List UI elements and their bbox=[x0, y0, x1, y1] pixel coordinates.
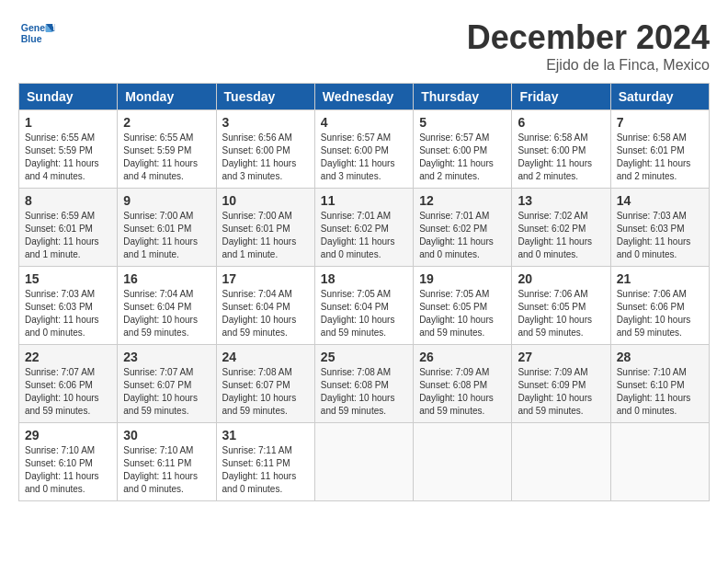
calendar-cell: 10Sunrise: 7:00 AM Sunset: 6:01 PM Dayli… bbox=[216, 189, 314, 267]
calendar-cell: 6Sunrise: 6:58 AM Sunset: 6:00 PM Daylig… bbox=[512, 110, 610, 189]
day-info: Sunrise: 6:55 AM Sunset: 5:59 PM Dayligh… bbox=[123, 132, 210, 183]
logo: General Blue bbox=[18, 18, 59, 46]
day-info: Sunrise: 7:04 AM Sunset: 6:04 PM Dayligh… bbox=[123, 288, 210, 339]
calendar-cell: 7Sunrise: 6:58 AM Sunset: 6:01 PM Daylig… bbox=[610, 110, 709, 189]
day-number: 19 bbox=[419, 271, 506, 286]
day-number: 28 bbox=[617, 350, 703, 364]
day-number: 16 bbox=[123, 271, 210, 286]
calendar-cell: 9Sunrise: 7:00 AM Sunset: 6:01 PM Daylig… bbox=[118, 189, 216, 267]
week-row-4: 22Sunrise: 7:07 AM Sunset: 6:06 PM Dayli… bbox=[19, 345, 710, 423]
day-info: Sunrise: 7:06 AM Sunset: 6:06 PM Dayligh… bbox=[617, 288, 703, 339]
header-friday: Friday bbox=[512, 84, 610, 110]
day-info: Sunrise: 7:07 AM Sunset: 6:07 PM Dayligh… bbox=[123, 366, 210, 418]
day-info: Sunrise: 6:58 AM Sunset: 6:00 PM Dayligh… bbox=[518, 132, 604, 183]
day-info: Sunrise: 7:10 AM Sunset: 6:11 PM Dayligh… bbox=[123, 444, 210, 496]
week-row-5: 29Sunrise: 7:10 AM Sunset: 6:10 PM Dayli… bbox=[19, 423, 710, 501]
calendar-cell: 24Sunrise: 7:08 AM Sunset: 6:07 PM Dayli… bbox=[216, 345, 314, 423]
day-number: 4 bbox=[321, 115, 407, 130]
day-number: 29 bbox=[25, 428, 111, 442]
day-info: Sunrise: 7:05 AM Sunset: 6:04 PM Dayligh… bbox=[321, 288, 407, 339]
day-number: 2 bbox=[123, 115, 210, 130]
day-info: Sunrise: 7:01 AM Sunset: 6:02 PM Dayligh… bbox=[419, 210, 506, 261]
day-info: Sunrise: 7:09 AM Sunset: 6:09 PM Dayligh… bbox=[518, 366, 604, 418]
day-info: Sunrise: 7:00 AM Sunset: 6:01 PM Dayligh… bbox=[123, 210, 210, 261]
day-number: 3 bbox=[222, 115, 309, 130]
calendar-cell: 20Sunrise: 7:06 AM Sunset: 6:05 PM Dayli… bbox=[512, 267, 610, 345]
calendar-cell: 31Sunrise: 7:11 AM Sunset: 6:11 PM Dayli… bbox=[216, 423, 314, 501]
day-info: Sunrise: 6:57 AM Sunset: 6:00 PM Dayligh… bbox=[321, 132, 407, 183]
calendar-cell: 17Sunrise: 7:04 AM Sunset: 6:04 PM Dayli… bbox=[216, 267, 314, 345]
calendar-cell: 14Sunrise: 7:03 AM Sunset: 6:03 PM Dayli… bbox=[610, 189, 709, 267]
month-title: December 2024 bbox=[467, 18, 710, 57]
calendar-cell: 28Sunrise: 7:10 AM Sunset: 6:10 PM Dayli… bbox=[610, 345, 709, 423]
day-number: 13 bbox=[518, 193, 604, 208]
calendar-cell: 8Sunrise: 6:59 AM Sunset: 6:01 PM Daylig… bbox=[19, 189, 118, 267]
calendar-cell: 4Sunrise: 6:57 AM Sunset: 6:00 PM Daylig… bbox=[314, 110, 413, 189]
day-info: Sunrise: 6:59 AM Sunset: 6:01 PM Dayligh… bbox=[25, 210, 111, 261]
day-info: Sunrise: 7:11 AM Sunset: 6:11 PM Dayligh… bbox=[222, 444, 309, 496]
header-tuesday: Tuesday bbox=[216, 84, 314, 110]
day-info: Sunrise: 7:08 AM Sunset: 6:07 PM Dayligh… bbox=[222, 366, 309, 418]
calendar-cell: 22Sunrise: 7:07 AM Sunset: 6:06 PM Dayli… bbox=[19, 345, 118, 423]
day-info: Sunrise: 7:08 AM Sunset: 6:08 PM Dayligh… bbox=[321, 366, 407, 418]
header-sunday: Sunday bbox=[19, 84, 118, 110]
calendar-cell: 15Sunrise: 7:03 AM Sunset: 6:03 PM Dayli… bbox=[19, 267, 118, 345]
day-info: Sunrise: 7:00 AM Sunset: 6:01 PM Dayligh… bbox=[222, 210, 309, 261]
day-info: Sunrise: 7:10 AM Sunset: 6:10 PM Dayligh… bbox=[617, 366, 703, 418]
calendar-table: SundayMondayTuesdayWednesdayThursdayFrid… bbox=[18, 83, 710, 501]
day-number: 1 bbox=[25, 115, 111, 130]
day-number: 10 bbox=[222, 193, 309, 208]
week-row-1: 1Sunrise: 6:55 AM Sunset: 5:59 PM Daylig… bbox=[19, 110, 710, 189]
day-number: 12 bbox=[419, 193, 506, 208]
day-number: 11 bbox=[321, 193, 407, 208]
day-number: 21 bbox=[617, 271, 703, 286]
calendar-cell bbox=[414, 423, 512, 501]
calendar-cell: 30Sunrise: 7:10 AM Sunset: 6:11 PM Dayli… bbox=[118, 423, 216, 501]
day-info: Sunrise: 6:55 AM Sunset: 5:59 PM Dayligh… bbox=[25, 132, 111, 183]
day-info: Sunrise: 7:02 AM Sunset: 6:02 PM Dayligh… bbox=[518, 210, 604, 261]
header-saturday: Saturday bbox=[610, 84, 709, 110]
day-number: 9 bbox=[123, 193, 210, 208]
day-number: 7 bbox=[617, 115, 703, 130]
calendar-cell: 26Sunrise: 7:09 AM Sunset: 6:08 PM Dayli… bbox=[414, 345, 512, 423]
title-block: December 2024 Ejido de la Finca, Mexico bbox=[467, 18, 710, 74]
calendar-cell bbox=[314, 423, 413, 501]
day-number: 27 bbox=[518, 350, 604, 364]
calendar-cell: 25Sunrise: 7:08 AM Sunset: 6:08 PM Dayli… bbox=[314, 345, 413, 423]
day-number: 8 bbox=[25, 193, 111, 208]
day-number: 18 bbox=[321, 271, 407, 286]
day-info: Sunrise: 7:04 AM Sunset: 6:04 PM Dayligh… bbox=[222, 288, 309, 339]
day-info: Sunrise: 6:57 AM Sunset: 6:00 PM Dayligh… bbox=[419, 132, 506, 183]
header-wednesday: Wednesday bbox=[314, 84, 413, 110]
calendar-header-row: SundayMondayTuesdayWednesdayThursdayFrid… bbox=[19, 84, 710, 110]
day-info: Sunrise: 7:09 AM Sunset: 6:08 PM Dayligh… bbox=[419, 366, 506, 418]
day-info: Sunrise: 6:56 AM Sunset: 6:00 PM Dayligh… bbox=[222, 132, 309, 183]
day-number: 31 bbox=[222, 428, 309, 442]
calendar-cell: 5Sunrise: 6:57 AM Sunset: 6:00 PM Daylig… bbox=[414, 110, 512, 189]
calendar-cell: 18Sunrise: 7:05 AM Sunset: 6:04 PM Dayli… bbox=[314, 267, 413, 345]
day-number: 20 bbox=[518, 271, 604, 286]
day-number: 25 bbox=[321, 350, 407, 364]
calendar-cell: 11Sunrise: 7:01 AM Sunset: 6:02 PM Dayli… bbox=[314, 189, 413, 267]
calendar-body: 1Sunrise: 6:55 AM Sunset: 5:59 PM Daylig… bbox=[19, 110, 710, 501]
calendar-cell: 19Sunrise: 7:05 AM Sunset: 6:05 PM Dayli… bbox=[414, 267, 512, 345]
week-row-2: 8Sunrise: 6:59 AM Sunset: 6:01 PM Daylig… bbox=[19, 189, 710, 267]
day-number: 24 bbox=[222, 350, 309, 364]
day-number: 22 bbox=[25, 350, 111, 364]
day-number: 5 bbox=[419, 115, 506, 130]
calendar-cell: 13Sunrise: 7:02 AM Sunset: 6:02 PM Dayli… bbox=[512, 189, 610, 267]
calendar-cell: 16Sunrise: 7:04 AM Sunset: 6:04 PM Dayli… bbox=[118, 267, 216, 345]
header-thursday: Thursday bbox=[414, 84, 512, 110]
calendar-cell: 2Sunrise: 6:55 AM Sunset: 5:59 PM Daylig… bbox=[118, 110, 216, 189]
day-number: 23 bbox=[123, 350, 210, 364]
location: Ejido de la Finca, Mexico bbox=[467, 57, 710, 74]
calendar-cell: 29Sunrise: 7:10 AM Sunset: 6:10 PM Dayli… bbox=[19, 423, 118, 501]
day-info: Sunrise: 7:06 AM Sunset: 6:05 PM Dayligh… bbox=[518, 288, 604, 339]
day-number: 15 bbox=[25, 271, 111, 286]
header-monday: Monday bbox=[118, 84, 216, 110]
page-header: General Blue December 2024 Ejido de la F… bbox=[18, 18, 710, 74]
calendar-cell: 3Sunrise: 6:56 AM Sunset: 6:00 PM Daylig… bbox=[216, 110, 314, 189]
day-info: Sunrise: 7:01 AM Sunset: 6:02 PM Dayligh… bbox=[321, 210, 407, 261]
calendar-cell: 23Sunrise: 7:07 AM Sunset: 6:07 PM Dayli… bbox=[118, 345, 216, 423]
day-info: Sunrise: 7:07 AM Sunset: 6:06 PM Dayligh… bbox=[25, 366, 111, 418]
